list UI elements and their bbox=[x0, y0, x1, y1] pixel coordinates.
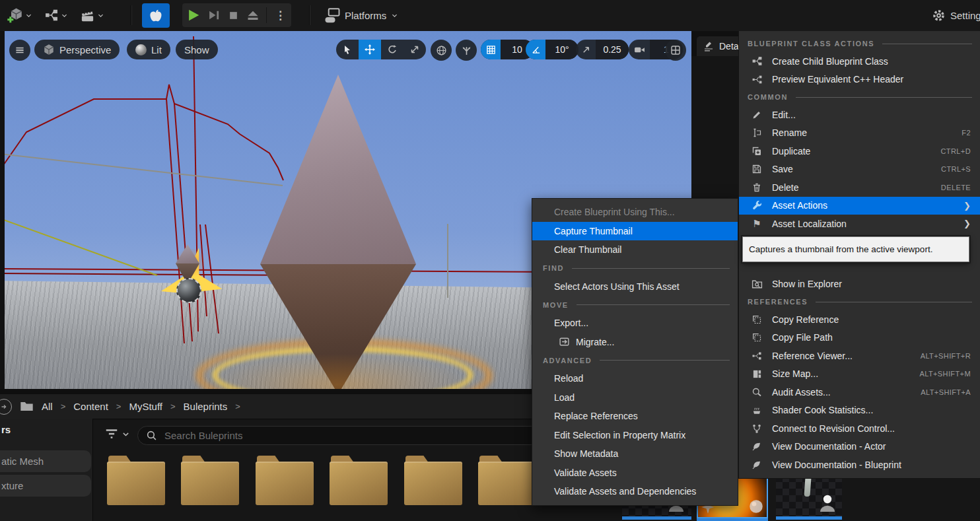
folder-icon bbox=[20, 399, 34, 413]
menu-item-create-child-blueprint-class[interactable]: Create Child Blueprint Class bbox=[739, 52, 980, 71]
search-icon bbox=[146, 430, 157, 441]
menu-item-copy-reference[interactable]: Copy Reference bbox=[739, 310, 980, 329]
menu-item-select-actors-using-this-asset[interactable]: Select Actors Using This Asset bbox=[532, 277, 738, 296]
cpp-header-icon bbox=[752, 74, 763, 85]
menu-item-reference-viewer[interactable]: Reference Viewer... ALT+SHIFT+R bbox=[739, 347, 980, 365]
menu-item-export[interactable]: Export... bbox=[532, 314, 738, 333]
audit-magnifier-icon bbox=[752, 387, 762, 398]
grid-snap-toggle[interactable] bbox=[481, 40, 501, 59]
folder-body bbox=[107, 462, 165, 505]
menu-item-rename[interactable]: Rename F2 bbox=[739, 124, 980, 143]
menu-item-edit-selection-in-property-matrix[interactable]: Edit Selection in Property Matrix bbox=[532, 426, 738, 445]
folder-item[interactable] bbox=[478, 456, 536, 506]
documentation-icon bbox=[752, 441, 762, 452]
rename-icon bbox=[752, 127, 762, 138]
filter-chip-static-mesh[interactable]: atic Mesh bbox=[0, 450, 91, 472]
menu-item-replace-references[interactable]: Replace References bbox=[532, 407, 738, 426]
platforms-button[interactable]: Platforms bbox=[321, 3, 402, 27]
select-tool-button[interactable] bbox=[336, 40, 359, 59]
folder-item[interactable] bbox=[181, 456, 239, 506]
menu-item-label: Clear Thumbnail bbox=[554, 244, 728, 255]
platform-apple-button[interactable] bbox=[142, 3, 170, 28]
folder-body bbox=[404, 462, 462, 505]
menu-item-load[interactable]: Load bbox=[532, 388, 738, 407]
more-options-icon[interactable]: ⋮ bbox=[273, 9, 287, 22]
section-header-common: COMMON bbox=[739, 88, 980, 106]
menu-item-size-map[interactable]: Size Map... ALT+SHIFT+M bbox=[739, 365, 980, 384]
back-circle-arrow-icon[interactable] bbox=[0, 399, 12, 415]
menu-item-clear-thumbnail[interactable]: Clear Thumbnail bbox=[532, 240, 738, 260]
add-actor-button[interactable] bbox=[4, 3, 36, 27]
breadcrumb-buleprints[interactable]: Buleprints bbox=[180, 401, 232, 412]
perspective-label: Perspective bbox=[59, 44, 111, 55]
menu-item-label: Capture Thumbnail bbox=[554, 226, 728, 236]
menu-item-audit-assets[interactable]: Audit Assets... ALT+SHIFT+A bbox=[739, 383, 980, 401]
duplicate-icon bbox=[752, 146, 762, 156]
frame-skip-icon[interactable] bbox=[207, 9, 221, 22]
particle-sprite-icon[interactable] bbox=[176, 278, 201, 303]
camera-speed-button[interactable] bbox=[629, 40, 650, 59]
lit-dropdown[interactable]: Lit bbox=[127, 40, 170, 59]
menu-item-reload[interactable]: Reload bbox=[532, 369, 738, 388]
scale-snap-toggle[interactable] bbox=[576, 40, 596, 59]
menu-item-save[interactable]: Save CTRL+S bbox=[739, 160, 980, 179]
scale-tool-button[interactable] bbox=[403, 40, 426, 59]
show-dropdown[interactable]: Show bbox=[176, 40, 218, 59]
scale-snap-value[interactable]: 0.25 bbox=[596, 40, 629, 59]
filter-funnel-icon[interactable] bbox=[104, 427, 119, 441]
menu-item-view-documentation-actor[interactable]: View Documentation - Actor bbox=[739, 438, 980, 456]
breadcrumb-content[interactable]: Content bbox=[69, 401, 112, 412]
folder-item[interactable] bbox=[256, 456, 314, 506]
filter-chip-texture[interactable]: xture bbox=[0, 475, 91, 497]
play-controls-group: ⋮ bbox=[182, 3, 291, 27]
menu-item-edit[interactable]: Edit... bbox=[739, 106, 980, 124]
play-icon[interactable] bbox=[186, 8, 201, 22]
menu-item-capture-thumbnail[interactable]: Capture Thumbnail bbox=[532, 222, 738, 241]
folder-item[interactable] bbox=[404, 456, 462, 506]
toolbar-divider bbox=[131, 5, 131, 25]
folder-item[interactable] bbox=[330, 456, 388, 506]
cinematics-button[interactable] bbox=[77, 3, 108, 27]
blueprints-button[interactable] bbox=[41, 3, 71, 27]
perspective-cube-icon bbox=[43, 44, 55, 55]
viewport-options-button[interactable] bbox=[9, 40, 30, 61]
lit-label: Lit bbox=[151, 44, 162, 55]
blueprint-type-bar bbox=[622, 516, 691, 520]
world-local-toggle[interactable] bbox=[431, 40, 452, 61]
unreal-editor-window: ⋮ Platforms Settings bbox=[0, 0, 980, 521]
submenu-arrow-icon: ❯ bbox=[963, 201, 971, 211]
menu-item-asset-localization[interactable]: ⚑ Asset Localization ❯ bbox=[739, 215, 980, 233]
save-icon bbox=[752, 164, 762, 174]
menu-item-show-metadata[interactable]: Show Metadata bbox=[532, 444, 738, 464]
menu-item-view-documentation-blueprint[interactable]: View Documentation - Blueprint bbox=[739, 456, 980, 474]
breadcrumb-mystuff[interactable]: MyStuff bbox=[125, 401, 166, 412]
menu-item-validate-assets[interactable]: Validate Assets bbox=[532, 464, 738, 483]
menu-item-duplicate[interactable]: Duplicate CTRL+D bbox=[739, 142, 980, 160]
rotation-snap-value[interactable]: 10° bbox=[545, 40, 578, 59]
folder-item[interactable] bbox=[107, 456, 165, 506]
rotation-snap-toggle[interactable] bbox=[526, 40, 545, 59]
rotate-tool-button[interactable] bbox=[381, 40, 403, 59]
section-header-references: REFERENCES bbox=[739, 293, 980, 310]
perspective-dropdown[interactable]: Perspective bbox=[34, 40, 120, 59]
settings-button[interactable]: Settings bbox=[928, 3, 980, 27]
stop-icon[interactable] bbox=[227, 9, 240, 22]
menu-item-validate-assets-and-dependencies[interactable]: Validate Assets and Dependencies bbox=[532, 482, 738, 501]
menu-item-preview-equivalent-cpp-header[interactable]: Preview Equivalent C++ Header bbox=[739, 71, 980, 89]
surface-snap-icon bbox=[461, 45, 472, 56]
menu-item-shader-cook-statistics[interactable]: Shader Cook Statistics... bbox=[739, 401, 980, 420]
menu-item-label: Show in Explorer bbox=[772, 279, 971, 289]
menu-item-copy-file-path[interactable]: Copy File Path bbox=[739, 329, 980, 347]
menu-item-label: Show Metadata bbox=[554, 448, 728, 459]
menu-item-show-in-explorer[interactable]: Show in Explorer bbox=[739, 275, 980, 294]
menu-item-connect-to-revision-control[interactable]: Connect to Revision Control... bbox=[739, 419, 980, 438]
menu-item-migrate[interactable]: Migrate... bbox=[532, 333, 738, 352]
menu-item-delete[interactable]: Delete DELETE bbox=[739, 178, 980, 197]
eject-icon[interactable] bbox=[246, 9, 260, 22]
maximize-viewport-button[interactable] bbox=[665, 40, 686, 61]
menu-item-asset-actions[interactable]: Asset Actions ❯ bbox=[739, 197, 980, 215]
breadcrumb-all[interactable]: All bbox=[38, 401, 57, 412]
filter-chevron-icon[interactable] bbox=[122, 430, 130, 438]
move-tool-button[interactable] bbox=[359, 40, 381, 59]
surface-snapping-button[interactable] bbox=[456, 40, 477, 61]
